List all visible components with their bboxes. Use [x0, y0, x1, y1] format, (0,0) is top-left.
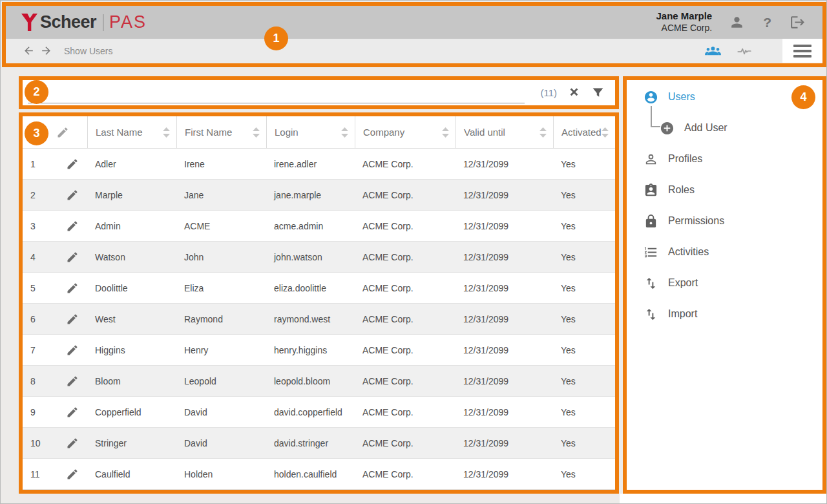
pencil-icon — [66, 468, 79, 481]
user-table-region: Last Name First Name Login Company Valid… — [19, 112, 619, 494]
back-icon[interactable] — [23, 45, 35, 57]
cell-first-name: Irene — [176, 159, 266, 169]
cell-login: david.copperfield — [266, 407, 355, 417]
column-header-activated[interactable]: Activated — [553, 116, 615, 148]
column-header-company[interactable]: Company — [355, 116, 455, 148]
row-number: 10 — [23, 438, 58, 448]
sort-icon — [539, 127, 547, 138]
logo-separator — [103, 14, 104, 31]
sidebar-item-import[interactable]: Import — [627, 299, 822, 330]
table-row: 5 Doolittle Eliza eliza.doolittle ACME C… — [23, 273, 615, 304]
column-header-valid-until[interactable]: Valid until — [455, 116, 553, 148]
sidebar-item-roles[interactable]: Roles — [627, 174, 822, 205]
sidebar-item-activities[interactable]: Activities — [627, 236, 822, 268]
edit-user-button[interactable] — [58, 158, 87, 171]
pencil-icon — [66, 189, 79, 202]
annotation-badge-3: 3 — [25, 121, 48, 145]
breadcrumb-bar: Show Users — [6, 39, 822, 63]
cell-first-name: Holden — [176, 469, 266, 479]
sidebar-background-extension — [620, 494, 827, 504]
cell-valid-until: 12/31/2099 — [455, 376, 553, 386]
import-export-icon — [644, 307, 658, 322]
row-number: 6 — [23, 314, 58, 324]
logout-icon[interactable] — [790, 14, 806, 30]
pencil-icon — [56, 126, 69, 139]
cell-first-name: Leopold — [176, 376, 266, 386]
row-number: 8 — [23, 376, 58, 386]
user-profile-icon[interactable] — [729, 14, 745, 30]
menu-icon[interactable] — [782, 39, 822, 63]
edit-user-button[interactable] — [58, 375, 87, 388]
cell-company: ACME Corp. — [355, 314, 455, 324]
edit-user-button[interactable] — [58, 189, 87, 202]
edit-user-button[interactable] — [58, 220, 87, 233]
pencil-icon — [66, 282, 79, 295]
table-row: 2 Marple Jane jane.marple ACME Corp. 12/… — [23, 180, 615, 211]
edit-user-button[interactable] — [58, 468, 87, 481]
clear-filter-icon[interactable] — [568, 87, 580, 99]
table-row: 4 Watson John john.watson ACME Corp. 12/… — [23, 242, 615, 273]
cell-valid-until: 12/31/2099 — [455, 314, 553, 324]
edit-user-button[interactable] — [58, 313, 87, 326]
cell-first-name: Henry — [176, 345, 266, 355]
cell-valid-until: 12/31/2099 — [455, 159, 553, 169]
cell-company: ACME Corp. — [355, 345, 455, 355]
edit-user-button[interactable] — [58, 437, 87, 450]
person-outline-icon — [644, 152, 658, 167]
cell-login: acme.admin — [266, 221, 355, 231]
sidebar-item-permissions[interactable]: Permissions — [627, 205, 822, 236]
activity-log-icon[interactable] — [736, 43, 753, 59]
edit-user-button[interactable] — [58, 344, 87, 357]
pencil-icon — [66, 158, 79, 171]
cell-company: ACME Corp. — [355, 190, 455, 200]
cell-last-name: Higgins — [87, 345, 176, 355]
cell-last-name: Bloom — [87, 376, 176, 386]
table-row: 9 Copperfield David david.copperfield AC… — [23, 397, 615, 428]
cell-login: eliza.doolittle — [266, 283, 355, 293]
cell-login: david.stringer — [266, 438, 355, 448]
column-header-last-name[interactable]: Last Name — [87, 116, 176, 148]
filter-region: (11) — [19, 76, 619, 109]
table-row: 6 West Raymond raymond.west ACME Corp. 1… — [23, 304, 615, 335]
cell-last-name: Marple — [87, 190, 176, 200]
pencil-icon — [66, 251, 79, 264]
forward-icon[interactable] — [40, 45, 52, 57]
column-header-login[interactable]: Login — [266, 116, 355, 148]
sort-icon — [602, 127, 609, 138]
user-management-icon[interactable] — [704, 42, 722, 59]
table-row: 10 Stringer David david.stringer ACME Co… — [23, 428, 615, 459]
import-export-icon — [644, 276, 658, 291]
cell-valid-until: 12/31/2099 — [455, 190, 553, 200]
cell-company: ACME Corp. — [355, 407, 455, 417]
edit-user-button[interactable] — [58, 406, 87, 419]
cell-last-name: Admin — [87, 221, 176, 231]
cell-activated: Yes — [553, 159, 615, 169]
help-icon[interactable]: ? — [763, 15, 771, 30]
table-row: 1 Adler Irene irene.adler ACME Corp. 12/… — [23, 149, 615, 180]
sidebar-item-export[interactable]: Export — [627, 268, 822, 299]
product-text: PAS — [109, 12, 147, 32]
cell-first-name: ACME — [176, 221, 266, 231]
cell-valid-until: 12/31/2099 — [455, 438, 553, 448]
filter-input[interactable] — [28, 88, 525, 103]
user-circle-icon — [644, 90, 658, 105]
table-row: 8 Bloom Leopold leopold.bloom ACME Corp.… — [23, 366, 615, 397]
column-header-first-name[interactable]: First Name — [176, 116, 266, 148]
cell-valid-until: 12/31/2099 — [455, 221, 553, 231]
sidebar-item-profiles[interactable]: Profiles — [627, 143, 822, 174]
pencil-icon — [66, 344, 79, 357]
cell-valid-until: 12/31/2099 — [455, 283, 553, 293]
row-number: 4 — [23, 252, 58, 262]
brand-text: Scheer — [40, 12, 96, 32]
edit-user-button[interactable] — [58, 282, 87, 295]
filter-icon[interactable] — [591, 86, 605, 100]
top-bar: Scheer PAS Jane Marple ACME Corp. ? — [6, 6, 822, 39]
pencil-icon — [66, 437, 79, 450]
cell-activated: Yes — [553, 407, 615, 417]
row-number: 2 — [23, 190, 58, 200]
scheer-pas-logo: Scheer PAS — [21, 12, 147, 32]
edit-user-button[interactable] — [58, 251, 87, 264]
cell-first-name: Jane — [176, 190, 266, 200]
row-number: 1 — [23, 159, 58, 169]
cell-activated: Yes — [553, 469, 615, 479]
